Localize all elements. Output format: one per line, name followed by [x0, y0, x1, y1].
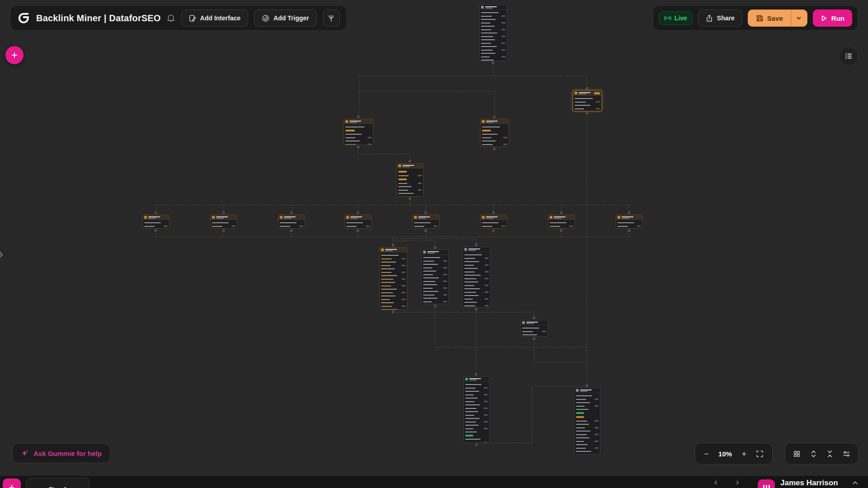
zoom-in-button[interactable]: +	[741, 450, 746, 458]
output-port[interactable]	[357, 230, 359, 232]
add-trigger-label: Add Trigger	[274, 14, 309, 22]
workflow-node[interactable]	[142, 215, 170, 229]
node-icon	[550, 216, 552, 219]
output-port[interactable]	[357, 146, 359, 148]
save-options-button[interactable]	[791, 10, 807, 26]
workflow-node[interactable]	[396, 163, 424, 197]
page-title[interactable]: Backlink Miner | DataforSEO	[36, 13, 161, 23]
output-port[interactable]	[290, 230, 292, 232]
output-port[interactable]	[392, 311, 394, 313]
workflow-node[interactable]	[210, 215, 237, 229]
run-button[interactable]: Run	[813, 9, 852, 27]
expand-nodes-button[interactable]	[810, 450, 817, 458]
input-port[interactable]	[357, 211, 359, 214]
input-port[interactable]	[475, 373, 477, 375]
avatar[interactable]	[758, 479, 775, 488]
output-port[interactable]	[533, 338, 535, 340]
input-port[interactable]	[392, 244, 394, 246]
zoom-controls: − 10% +	[695, 443, 773, 465]
output-port[interactable]	[434, 305, 436, 307]
input-port[interactable]	[155, 211, 157, 214]
output-port[interactable]	[492, 230, 495, 232]
input-port[interactable]	[586, 385, 588, 387]
bell-icon[interactable]	[167, 14, 175, 22]
node-list-button[interactable]	[839, 47, 858, 66]
fit-view-button[interactable]	[756, 450, 764, 458]
node-header	[573, 91, 601, 96]
node-icon	[464, 248, 467, 251]
output-port[interactable]	[475, 444, 477, 446]
prev-flow-button[interactable]: ‹	[714, 477, 717, 487]
node-header	[380, 248, 407, 253]
add-interface-button[interactable]: Add Interface	[181, 9, 248, 27]
collapse-nodes-button[interactable]	[826, 450, 833, 458]
input-port[interactable]	[475, 244, 477, 246]
input-port[interactable]	[425, 211, 427, 214]
chevron-up-icon[interactable]	[852, 479, 859, 488]
add-node-button[interactable]: +	[5, 46, 24, 64]
workflow-node[interactable]	[278, 215, 305, 229]
share-icon	[706, 14, 713, 22]
ask-gummie-button[interactable]: Ask Gummie for help	[12, 443, 110, 463]
expand-panel-handle[interactable]: ›	[0, 245, 3, 261]
add-interface-label: Add Interface	[200, 14, 241, 22]
workflow-node[interactable]	[462, 247, 491, 307]
input-port[interactable]	[493, 116, 495, 118]
workflow-node[interactable]	[520, 320, 548, 337]
header-bar-left: Backlink Miner | DataforSEO Add Interfac…	[10, 5, 347, 31]
workflow-node[interactable]	[344, 119, 373, 145]
workflow-node[interactable]	[548, 215, 575, 229]
flow-tab-label: Flow 1	[49, 486, 67, 488]
share-button[interactable]: Share	[698, 9, 742, 27]
workflow-node[interactable]	[480, 215, 507, 229]
mcp-button[interactable]	[323, 9, 340, 27]
workflow-node[interactable]	[480, 119, 509, 147]
input-port[interactable]	[409, 160, 411, 162]
input-port[interactable]	[492, 211, 495, 214]
input-port[interactable]	[533, 317, 535, 319]
workflow-canvas[interactable]	[0, 0, 868, 488]
output-port[interactable]	[155, 230, 157, 232]
settings-sliders-button[interactable]	[843, 450, 850, 458]
live-status-badge[interactable]: Live	[659, 11, 693, 25]
input-port[interactable]	[357, 116, 359, 118]
save-button[interactable]: Save	[748, 10, 791, 26]
zoom-level[interactable]: 10%	[718, 450, 732, 458]
workflow-node[interactable]	[421, 249, 449, 304]
next-flow-button[interactable]: ›	[736, 477, 739, 487]
node-icon	[465, 378, 468, 380]
output-port[interactable]	[409, 197, 411, 200]
output-port[interactable]	[493, 148, 495, 150]
input-port[interactable]	[628, 211, 630, 214]
grid-layout-button[interactable]	[793, 450, 801, 458]
input-port[interactable]	[222, 211, 225, 214]
add-flow-button[interactable]: +	[3, 479, 21, 488]
input-port[interactable]	[290, 211, 292, 214]
output-port[interactable]	[475, 308, 477, 310]
node-icon	[280, 216, 283, 219]
output-port[interactable]	[560, 230, 562, 232]
output-port[interactable]	[425, 230, 427, 232]
workflow-node[interactable]	[344, 215, 372, 229]
workflow-node[interactable]	[379, 247, 407, 310]
output-port[interactable]	[628, 230, 630, 232]
output-port[interactable]	[222, 230, 225, 232]
workflow-node[interactable]	[573, 90, 602, 111]
output-port[interactable]	[492, 62, 494, 64]
node-header	[422, 250, 448, 255]
workflow-node[interactable]	[574, 388, 600, 455]
user-name[interactable]: James Harrison	[780, 479, 838, 488]
input-port[interactable]	[560, 211, 562, 214]
gumloop-logo-icon[interactable]	[17, 11, 30, 25]
workflow-node[interactable]	[616, 215, 643, 229]
input-port[interactable]	[434, 246, 436, 249]
workflow-node[interactable]	[479, 5, 507, 61]
workflow-node[interactable]	[412, 215, 439, 229]
output-port[interactable]	[586, 112, 588, 114]
workflow-node[interactable]	[463, 376, 490, 443]
node-icon	[212, 216, 215, 219]
zoom-out-button[interactable]: −	[704, 450, 709, 458]
add-trigger-button[interactable]: Add Trigger	[254, 9, 317, 27]
flow-tab[interactable]: Flow 1	[26, 478, 90, 488]
input-port[interactable]	[586, 87, 588, 89]
